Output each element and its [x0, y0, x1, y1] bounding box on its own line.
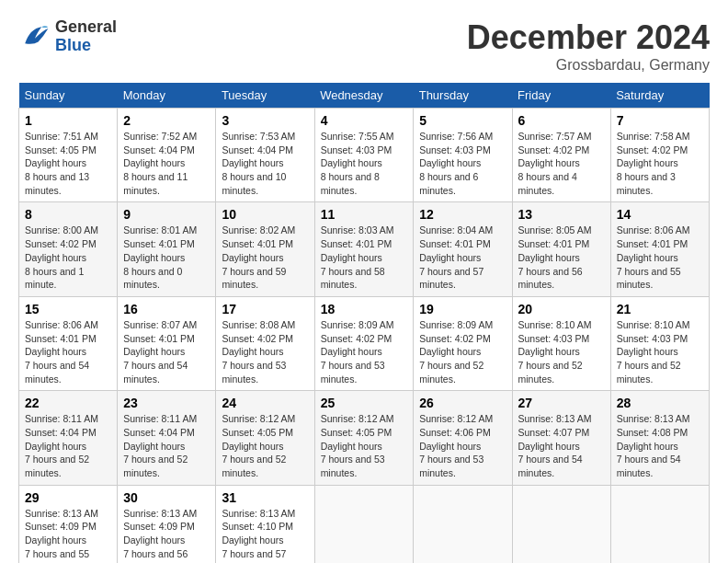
day-cell: 13 Sunrise: 8:05 AM Sunset: 4:01 PM Dayl… [512, 202, 610, 296]
day-cell: 3 Sunrise: 7:53 AM Sunset: 4:04 PM Dayli… [216, 109, 314, 202]
day-info: Sunrise: 7:51 AM Sunset: 4:05 PM Dayligh… [25, 130, 111, 197]
day-info: Sunrise: 8:09 AM Sunset: 4:02 PM Dayligh… [419, 318, 506, 385]
day-cell: 7 Sunrise: 7:58 AM Sunset: 4:02 PM Dayli… [610, 109, 709, 202]
day-cell: 22 Sunrise: 8:11 AM Sunset: 4:04 PM Dayl… [19, 391, 118, 485]
day-info: Sunrise: 8:09 AM Sunset: 4:02 PM Dayligh… [321, 318, 408, 385]
day-cell: 19 Sunrise: 8:09 AM Sunset: 4:02 PM Dayl… [414, 296, 512, 390]
col-saturday: Saturday [610, 83, 709, 109]
day-info: Sunrise: 8:13 AM Sunset: 4:09 PM Dayligh… [25, 507, 111, 563]
page-header: General Blue December 2024 Grossbardau, … [18, 18, 710, 74]
day-info: Sunrise: 8:13 AM Sunset: 4:09 PM Dayligh… [123, 507, 210, 563]
day-info: Sunrise: 8:12 AM Sunset: 4:05 PM Dayligh… [222, 412, 308, 479]
day-cell: 4 Sunrise: 7:55 AM Sunset: 4:03 PM Dayli… [314, 109, 414, 202]
day-number: 16 [123, 302, 210, 316]
day-number: 8 [25, 207, 111, 222]
day-number: 13 [518, 207, 605, 222]
day-cell: 16 Sunrise: 8:07 AM Sunset: 4:01 PM Dayl… [118, 296, 216, 390]
day-number: 5 [419, 113, 506, 128]
day-number: 12 [419, 207, 506, 222]
calendar-week-row: 15 Sunrise: 8:06 AM Sunset: 4:01 PM Dayl… [19, 296, 710, 390]
day-info: Sunrise: 8:05 AM Sunset: 4:01 PM Dayligh… [518, 224, 605, 291]
month-title: December 2024 [467, 18, 710, 57]
col-friday: Friday [512, 83, 610, 109]
day-cell: 11 Sunrise: 8:03 AM Sunset: 4:01 PM Dayl… [314, 202, 414, 296]
day-cell: 15 Sunrise: 8:06 AM Sunset: 4:01 PM Dayl… [19, 296, 118, 390]
day-info: Sunrise: 8:04 AM Sunset: 4:01 PM Dayligh… [419, 224, 506, 291]
day-number: 25 [321, 396, 408, 410]
day-number: 18 [321, 302, 408, 316]
day-number: 2 [123, 113, 210, 128]
day-info: Sunrise: 7:52 AM Sunset: 4:04 PM Dayligh… [123, 130, 210, 197]
day-cell: 21 Sunrise: 8:10 AM Sunset: 4:03 PM Dayl… [610, 296, 709, 390]
day-number: 9 [123, 207, 210, 222]
day-cell: 18 Sunrise: 8:09 AM Sunset: 4:02 PM Dayl… [314, 296, 414, 390]
day-cell: 10 Sunrise: 8:02 AM Sunset: 4:01 PM Dayl… [216, 202, 314, 296]
day-info: Sunrise: 8:06 AM Sunset: 4:01 PM Dayligh… [617, 224, 703, 291]
day-number: 3 [222, 113, 308, 128]
day-info: Sunrise: 7:53 AM Sunset: 4:04 PM Dayligh… [222, 130, 308, 197]
location: Grossbardau, Germany [467, 57, 710, 74]
day-info: Sunrise: 8:01 AM Sunset: 4:01 PM Dayligh… [123, 224, 210, 291]
calendar-week-row: 22 Sunrise: 8:11 AM Sunset: 4:04 PM Dayl… [19, 391, 710, 485]
col-tuesday: Tuesday [216, 83, 314, 109]
day-info: Sunrise: 7:57 AM Sunset: 4:02 PM Dayligh… [518, 130, 605, 197]
day-cell: 25 Sunrise: 8:12 AM Sunset: 4:05 PM Dayl… [314, 391, 414, 485]
day-cell: 27 Sunrise: 8:13 AM Sunset: 4:07 PM Dayl… [512, 391, 610, 485]
day-cell: 20 Sunrise: 8:10 AM Sunset: 4:03 PM Dayl… [512, 296, 610, 390]
col-monday: Monday [118, 83, 216, 109]
logo-text: General Blue [55, 18, 117, 55]
calendar-week-row: 1 Sunrise: 7:51 AM Sunset: 4:05 PM Dayli… [19, 109, 710, 202]
day-info: Sunrise: 8:07 AM Sunset: 4:01 PM Dayligh… [123, 318, 210, 385]
empty-cell [314, 485, 414, 563]
day-cell: 2 Sunrise: 7:52 AM Sunset: 4:04 PM Dayli… [118, 109, 216, 202]
day-cell: 29 Sunrise: 8:13 AM Sunset: 4:09 PM Dayl… [19, 485, 118, 563]
day-number: 11 [321, 207, 408, 222]
day-number: 14 [617, 207, 703, 222]
calendar-week-row: 29 Sunrise: 8:13 AM Sunset: 4:09 PM Dayl… [19, 485, 710, 563]
day-number: 15 [25, 302, 111, 316]
day-info: Sunrise: 8:10 AM Sunset: 4:03 PM Dayligh… [617, 318, 703, 385]
day-cell: 6 Sunrise: 7:57 AM Sunset: 4:02 PM Dayli… [512, 109, 610, 202]
day-cell: 1 Sunrise: 7:51 AM Sunset: 4:05 PM Dayli… [19, 109, 118, 202]
col-thursday: Thursday [414, 83, 512, 109]
day-info: Sunrise: 8:10 AM Sunset: 4:03 PM Dayligh… [518, 318, 605, 385]
day-number: 10 [222, 207, 308, 222]
day-cell: 31 Sunrise: 8:13 AM Sunset: 4:10 PM Dayl… [216, 485, 314, 563]
day-cell: 28 Sunrise: 8:13 AM Sunset: 4:08 PM Dayl… [610, 391, 709, 485]
calendar-table: Sunday Monday Tuesday Wednesday Thursday… [18, 83, 710, 563]
day-info: Sunrise: 8:11 AM Sunset: 4:04 PM Dayligh… [25, 412, 111, 479]
empty-cell [414, 485, 512, 563]
day-info: Sunrise: 8:02 AM Sunset: 4:01 PM Dayligh… [222, 224, 308, 291]
day-cell: 30 Sunrise: 8:13 AM Sunset: 4:09 PM Dayl… [118, 485, 216, 563]
logo-icon [18, 20, 51, 53]
empty-cell [610, 485, 709, 563]
day-number: 30 [123, 490, 210, 505]
day-cell: 12 Sunrise: 8:04 AM Sunset: 4:01 PM Dayl… [414, 202, 512, 296]
day-cell: 23 Sunrise: 8:11 AM Sunset: 4:04 PM Dayl… [118, 391, 216, 485]
day-info: Sunrise: 8:13 AM Sunset: 4:08 PM Dayligh… [617, 412, 703, 479]
col-wednesday: Wednesday [314, 83, 414, 109]
day-number: 31 [222, 490, 308, 505]
calendar-week-row: 8 Sunrise: 8:00 AM Sunset: 4:02 PM Dayli… [19, 202, 710, 296]
header-row: Sunday Monday Tuesday Wednesday Thursday… [19, 83, 710, 109]
day-cell: 26 Sunrise: 8:12 AM Sunset: 4:06 PM Dayl… [414, 391, 512, 485]
day-cell: 5 Sunrise: 7:56 AM Sunset: 4:03 PM Dayli… [414, 109, 512, 202]
day-number: 24 [222, 396, 308, 410]
day-number: 26 [419, 396, 506, 410]
day-number: 23 [123, 396, 210, 410]
day-number: 21 [617, 302, 703, 316]
day-info: Sunrise: 8:12 AM Sunset: 4:06 PM Dayligh… [419, 412, 506, 479]
day-number: 4 [321, 113, 408, 128]
day-number: 17 [222, 302, 308, 316]
day-info: Sunrise: 7:56 AM Sunset: 4:03 PM Dayligh… [419, 130, 506, 197]
day-info: Sunrise: 8:13 AM Sunset: 4:10 PM Dayligh… [222, 507, 308, 563]
col-sunday: Sunday [19, 83, 118, 109]
day-cell: 14 Sunrise: 8:06 AM Sunset: 4:01 PM Dayl… [610, 202, 709, 296]
day-number: 6 [518, 113, 605, 128]
day-info: Sunrise: 7:55 AM Sunset: 4:03 PM Dayligh… [321, 130, 408, 197]
day-info: Sunrise: 8:03 AM Sunset: 4:01 PM Dayligh… [321, 224, 408, 291]
day-cell: 8 Sunrise: 8:00 AM Sunset: 4:02 PM Dayli… [19, 202, 118, 296]
day-info: Sunrise: 8:13 AM Sunset: 4:07 PM Dayligh… [518, 412, 605, 479]
day-number: 20 [518, 302, 605, 316]
day-number: 29 [25, 490, 111, 505]
